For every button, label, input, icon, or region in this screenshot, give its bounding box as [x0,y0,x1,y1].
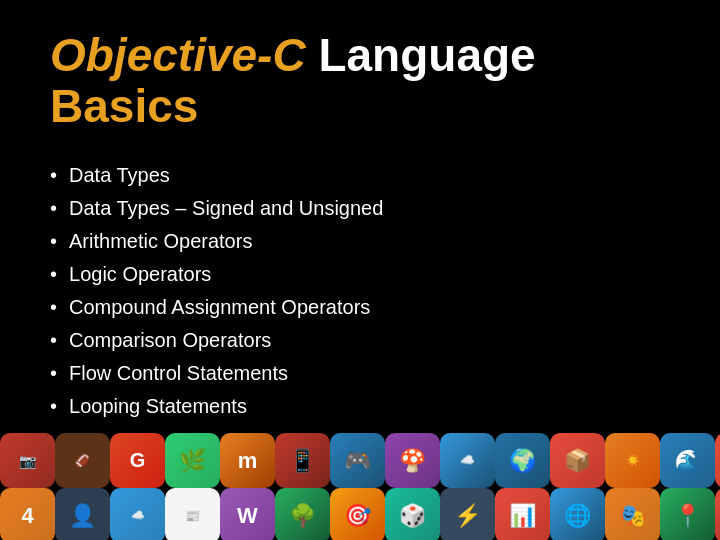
bullet-dot: • [50,329,57,352]
bullet-dot: • [50,296,57,319]
title-part2: Language [306,29,536,81]
list-item: • Compound Assignment Operators [50,291,670,324]
app-row-1: 📷 🏈 G 🌿 m 📱 🎮 🍄 ☁️ 🌍 📦 ☀️ 🌊 🌟 imdb 🎵 [0,433,720,488]
app-row-2: 4 👤 ☁️ 📰 W 🌳 🎯 🎲 ⚡ 📊 🌐 🎭 📍 ✈️ succ m [0,488,720,540]
content-area: Objective-C Language Basics • Data Types… [0,0,720,433]
bullet-text: Logic Operators [69,263,211,286]
app-icon[interactable]: W [220,488,275,540]
app-icon[interactable]: 🎲 [385,488,440,540]
app-icon[interactable]: G [110,433,165,488]
app-icon[interactable]: ✈️ [715,488,720,540]
bullet-dot: • [50,362,57,385]
list-item: • Arithmetic Operators [50,225,670,258]
bullet-text: Compound Assignment Operators [69,296,370,319]
app-icon[interactable]: 📊 [495,488,550,540]
bullet-text: Arithmetic Operators [69,230,252,253]
list-item: • Comparison Operators [50,324,670,357]
app-icon[interactable]: ☁️ [440,433,495,488]
app-icon[interactable]: 4 [0,488,55,540]
app-icon[interactable]: 📰 [165,488,220,540]
app-icon[interactable]: 🎯 [330,488,385,540]
bullet-dot: • [50,197,57,220]
bullet-dot: • [50,395,57,418]
bullet-text: Comparison Operators [69,329,271,352]
app-icon[interactable]: 📍 [660,488,715,540]
app-icon[interactable]: 📦 [550,433,605,488]
slide: Objective-C Language Basics • Data Types… [0,0,720,540]
app-strip: 📷 🏈 G 🌿 m 📱 🎮 🍄 ☁️ 🌍 📦 ☀️ 🌊 🌟 imdb 🎵 4 👤… [0,433,720,540]
title-part3: Basics [50,80,198,132]
bullet-list: • Data Types • Data Types – Signed and U… [50,159,670,423]
bullet-text: Looping Statements [69,395,247,418]
app-icon[interactable]: 🌟 [715,433,720,488]
app-icon[interactable]: 📷 [0,433,55,488]
app-icon[interactable]: m [220,433,275,488]
app-icon[interactable]: 🌳 [275,488,330,540]
app-icon[interactable]: 🏈 [55,433,110,488]
list-item: • Data Types – Signed and Unsigned [50,192,670,225]
list-item: • Logic Operators [50,258,670,291]
bullet-dot: • [50,263,57,286]
app-icon[interactable]: 📱 [275,433,330,488]
app-icon[interactable]: 👤 [55,488,110,540]
bullet-text: Data Types – Signed and Unsigned [69,197,383,220]
app-icon[interactable]: 🌐 [550,488,605,540]
bullet-dot: • [50,164,57,187]
app-icon[interactable]: ⚡ [440,488,495,540]
app-icon[interactable]: 🌿 [165,433,220,488]
list-item: • Data Types [50,159,670,192]
slide-title: Objective-C Language Basics [50,30,670,131]
app-icon[interactable]: ☀️ [605,433,660,488]
app-icon[interactable]: ☁️ [110,488,165,540]
bullet-text: Data Types [69,164,170,187]
bullet-dot: • [50,230,57,253]
app-icon[interactable]: 🍄 [385,433,440,488]
app-icon[interactable]: 🎭 [605,488,660,540]
list-item: • Flow Control Statements [50,357,670,390]
app-icon[interactable]: 🌍 [495,433,550,488]
app-icon[interactable]: 🎮 [330,433,385,488]
title-part1: Objective-C [50,29,306,81]
app-icon[interactable]: 🌊 [660,433,715,488]
list-item: • Looping Statements [50,390,670,423]
bullet-text: Flow Control Statements [69,362,288,385]
